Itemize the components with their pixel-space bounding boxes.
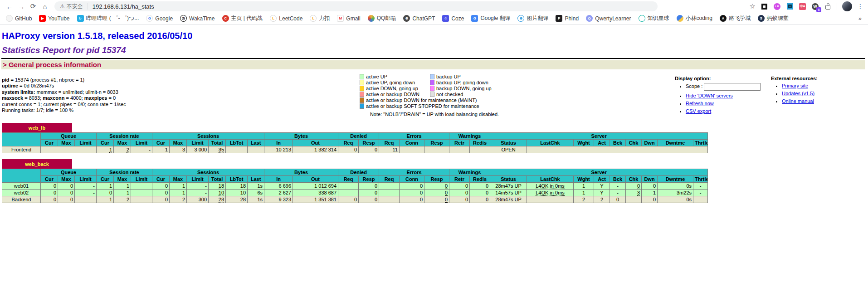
toolbar-right-cluster: ☆ LR 中A W 6 ⋮ [750,1,864,11]
profile-avatar[interactable] [842,1,852,11]
forward-icon[interactable]: → [15,1,27,12]
extension-translate-icon[interactable]: 中A [799,3,806,10]
column-header: Cur [41,140,58,146]
stat-cell: 0 [58,183,75,190]
link[interactable]: CSV export [686,108,711,114]
stat-cell: L4OK in 0ms [527,183,574,190]
stat-cell: 18 [209,183,226,190]
bookmark-item[interactable]: ☺Coze [439,14,467,23]
proxy-name-link[interactable]: web_back [25,161,49,167]
reload-icon[interactable]: ⟳ [27,1,39,12]
bookmark-item[interactable]: Λ路飞学城 [717,14,754,23]
stat-cell: 28m47s UP [490,196,527,203]
extension-lr-icon[interactable]: LR [773,3,781,10]
link[interactable]: Primary site [782,83,808,88]
legend-label: active or backup DOWN [366,92,419,97]
security-chip[interactable]: ⚠ 不安全 [60,3,83,10]
bookmark-label: WakaTime [189,15,215,22]
bookmark-item[interactable]: GGoogle 翻译 [468,14,513,23]
bookmarks-overflow-chevron[interactable]: » [855,15,865,22]
stat-cell: 0 [449,196,470,203]
external-resources-block: External resources: Primary siteUpdates … [771,69,865,106]
column-header: Resp [359,176,379,183]
github-icon [6,15,13,22]
chatgpt-icon: ⊛ [403,15,410,22]
extensions-puzzle-icon[interactable] [824,3,832,10]
bookmark-item[interactable]: C主页 | 代码战 [219,14,266,23]
stat-cell: 0 [470,196,490,203]
google-translate-icon: G [471,15,478,22]
address-bar[interactable]: ⚠ 不安全 192.168.6.131/ha_stats [54,1,658,11]
extension-screenshot-icon[interactable] [786,3,794,10]
bookmark-item[interactable]: S蚂蚁课堂 [755,14,792,23]
general-process-info-header: > General process information [1,60,865,69]
legend-label: active UP [366,74,387,79]
proxy-name-header: web_back [2,159,72,169]
bookmark-item[interactable]: L力扣 [307,14,333,23]
stat-cell [131,183,152,190]
display-option-title: Display option: [675,76,771,81]
extension-wappalyzer-icon[interactable]: W 6 [811,3,819,10]
extension-box-icon[interactable] [761,3,768,10]
bookmark-item[interactable]: QQwertyLearner [583,14,634,23]
leetcode-icon: L [270,15,277,22]
stat-cell: 0 [41,183,58,190]
luffy-icon: Λ [720,15,727,22]
stat-cell: 14m57s UP [490,190,527,196]
google-icon: G [146,15,153,22]
column-header: In [264,140,293,146]
bookmark-item[interactable]: ⊛ChatGPT [400,14,438,23]
stat-cell: 0 [359,196,379,203]
stats-table-web_back: QueueSession rateSessionsBytesDeniedErro… [2,169,708,203]
home-icon[interactable]: ⌂ [39,1,51,12]
link[interactable]: Online manual [782,98,814,104]
bookmark-item[interactable]: ▶YouTube [36,14,73,23]
link[interactable]: Refresh now [686,101,714,106]
stat-cell: 2 [114,196,131,203]
divider [1,58,865,59]
legend-swatch [430,74,434,79]
link[interactable]: Updates (v1.5) [782,91,814,96]
bookmark-item[interactable]: ⊕图片翻译 [514,14,551,23]
stats-row: web0200-0101-10106s2 627338 6870000014m5… [2,190,708,196]
stat-cell: 35 [209,146,226,153]
column-group-header: Errors [379,133,449,140]
bookmark-item[interactable]: ◷WakaTime [177,14,218,23]
stat-cell: 6 696 [264,183,293,190]
scope-input[interactable] [704,83,761,91]
stat-cell: 10 [226,190,248,196]
column-header: Out [293,176,338,183]
proxy-name-link[interactable]: web_lb [29,125,45,131]
bookmark-item[interactable]: PPhind [552,14,582,23]
legend-label: backup DOWN, going up [436,86,492,91]
legend-row: active or backup SOFT STOPPED for mainte… [360,103,509,109]
column-group-header: Bytes [264,169,338,176]
stat-cell: 0 [359,146,379,153]
stat-cell: 1 [642,190,658,196]
stat-cell: 0 [152,190,170,196]
bookmark-item[interactable]: b哔哩哔哩 ( ゜- ゜)つ... [74,14,142,23]
bookmark-item[interactable]: QQ邮箱 [365,14,400,23]
legend-row: active UPbackup UP [360,74,509,79]
bookmark-item[interactable]: MGmail [334,14,363,23]
bookmark-item[interactable]: GGoogle [143,14,176,23]
bookmark-star-icon[interactable]: ☆ [750,2,756,10]
not-secure-icon: ⚠ [60,3,65,10]
mayi-icon: S [758,15,765,22]
back-icon[interactable]: ← [4,1,15,12]
stat-cell: 3 000 [187,146,209,153]
bookmark-label: GitHub [15,15,32,22]
column-header: Limit [131,140,152,146]
column-header: Max [170,140,187,146]
stat-cell: 2 [594,196,610,203]
stat-cell: 1 [574,190,594,196]
stat-cell [693,196,708,203]
bookmark-item[interactable]: 小林coding [673,14,716,23]
haproxy-version-link[interactable]: HAProxy version 1.5.18, released 2016/05… [2,31,192,41]
bookmark-item[interactable]: LLeetCode [267,14,306,23]
column-header: Limit [75,140,97,146]
browser-menu-icon[interactable]: ⋮ [857,3,863,10]
bookmark-item[interactable]: GitHub [3,14,35,23]
bookmark-item[interactable]: 知识星球 [635,14,673,23]
link[interactable]: Hide 'DOWN' servers [686,93,733,98]
